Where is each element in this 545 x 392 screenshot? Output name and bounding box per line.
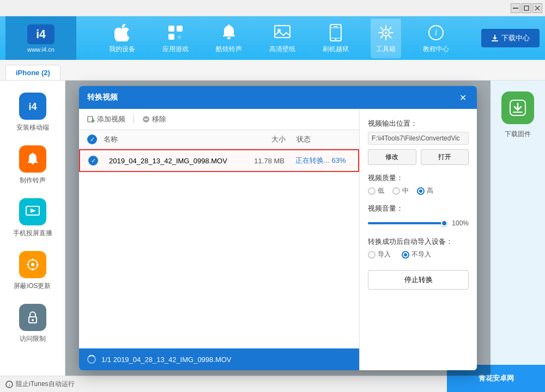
svg-text:i: i xyxy=(434,28,437,37)
quality-high[interactable]: 高 xyxy=(417,186,433,195)
phone-icon xyxy=(326,23,346,42)
svg-point-33 xyxy=(31,163,34,164)
svg-line-27 xyxy=(389,27,391,29)
logo-area: i4 www.i4.cn xyxy=(5,16,76,60)
nav-label-my-device: 我的设备 xyxy=(109,45,135,54)
col-name-header: 名称 xyxy=(104,134,231,144)
stop-convert-button[interactable]: 停止转换 xyxy=(368,270,469,290)
nav-item-ringtone[interactable]: 酷炫铃声 xyxy=(210,19,247,58)
right-sidebar: 下载固件 xyxy=(491,81,545,376)
quality-label: 视频质量： xyxy=(368,173,469,183)
auto-import-label: 转换成功后自动导入设备： xyxy=(368,237,469,247)
svg-point-44 xyxy=(32,319,34,321)
progress-spinner xyxy=(87,355,96,364)
info-icon: i xyxy=(426,23,446,42)
svg-point-10 xyxy=(227,37,231,39)
modal-header: 转换视频 ✕ xyxy=(79,86,477,109)
install-app-icon: i4 xyxy=(19,93,46,120)
sidebar-item-access-limit[interactable]: 访问限制 xyxy=(0,297,65,350)
apple-icon xyxy=(112,23,132,42)
check-icon: ✓ xyxy=(88,156,98,166)
svg-point-16 xyxy=(335,38,336,40)
progress-text: 1/1 2019_04_28_13_42_IMG_0998.MOV xyxy=(101,356,232,364)
radio-low-icon xyxy=(368,187,376,195)
file-name: 2019_04_28_13_42_IMG_0998.MOV xyxy=(105,157,230,165)
wallpaper-icon xyxy=(272,23,292,42)
sidebar-label-access-limit: 访问限制 xyxy=(20,334,46,344)
volume-track xyxy=(368,222,447,224)
nav-items: 我的设备 ★ 应用游戏 酷炫铃声 xyxy=(76,19,481,58)
svg-rect-6 xyxy=(168,26,174,32)
maximize-button[interactable] xyxy=(522,3,531,13)
volume-fill xyxy=(368,222,447,224)
add-video-button[interactable]: 添加视频 xyxy=(87,114,125,124)
file-status: 正在转换... 63% xyxy=(284,156,350,166)
volume-section: 视频音量： 100% xyxy=(368,204,469,229)
modify-path-button[interactable]: 修改 xyxy=(368,149,416,165)
nav-item-my-device[interactable]: 我的设备 xyxy=(104,19,141,58)
col-check-header: ✓ xyxy=(87,134,104,144)
import-yes[interactable]: 导入 xyxy=(368,250,391,259)
close-button[interactable] xyxy=(532,3,542,13)
svg-text:★: ★ xyxy=(175,33,183,41)
nav-item-jailbreak[interactable]: 刷机越狱 xyxy=(317,19,354,58)
sidebar-item-block-update[interactable]: 屏蔽iOS更新 xyxy=(0,244,65,297)
bell-icon xyxy=(219,23,239,42)
svg-rect-8 xyxy=(168,34,174,40)
modal-body: 添加视频 移除 xyxy=(79,109,477,370)
file-list-header: ✓ 名称 大小 状态 xyxy=(79,130,359,149)
radio-high-icon xyxy=(417,187,425,195)
quality-options: 低 中 高 xyxy=(368,186,469,195)
col-status-header: 状态 xyxy=(286,134,351,144)
svg-line-28 xyxy=(380,36,383,38)
radio-no-import-icon xyxy=(402,251,409,259)
table-row[interactable]: ✓ 2019_04_28_13_42_IMG_0998.MOV 11.78 MB… xyxy=(79,149,359,172)
nav-item-toolbox[interactable]: 工具箱 xyxy=(371,19,401,58)
svg-text:i4: i4 xyxy=(28,101,37,112)
volume-label: 视频音量： xyxy=(368,204,469,213)
convert-video-modal: 转换视频 ✕ xyxy=(79,86,477,370)
ringtone-icon xyxy=(19,145,46,173)
sidebar-item-install-app[interactable]: i4 安装移动端 xyxy=(0,86,65,139)
nav-label-toolbox: 工具箱 xyxy=(376,45,396,54)
access-limit-icon xyxy=(19,304,46,331)
quality-mid[interactable]: 中 xyxy=(392,186,409,195)
modal-overlay: 转换视频 ✕ xyxy=(65,81,491,376)
header-check: ✓ xyxy=(87,134,97,144)
svg-line-25 xyxy=(380,27,383,29)
block-update-icon xyxy=(19,251,46,278)
svg-point-11 xyxy=(228,24,230,27)
svg-rect-1 xyxy=(524,6,529,10)
import-no[interactable]: 不导入 xyxy=(402,250,431,259)
svg-rect-7 xyxy=(177,26,183,32)
svg-line-26 xyxy=(389,36,391,38)
app-icon: ★ xyxy=(166,23,185,42)
svg-point-38 xyxy=(31,263,34,266)
remove-button[interactable]: 移除 xyxy=(142,114,166,124)
modal-close-button[interactable]: ✕ xyxy=(457,91,469,103)
open-path-button[interactable]: 打开 xyxy=(421,149,469,165)
output-path-value: F:\i4Tools7\Files\ConvertedVic xyxy=(368,132,469,145)
sidebar-item-ringtone[interactable]: 制作铃声 xyxy=(0,139,65,192)
radio-mid-icon xyxy=(392,187,400,195)
sidebar-item-screen-mirror[interactable]: 手机投屏直播 xyxy=(0,192,65,244)
volume-slider[interactable]: 100% xyxy=(368,218,469,229)
status-left-text: 阻止iTunes自动运行 xyxy=(16,379,75,389)
main-area: i4 安装移动端 制作铃声 手机投屏直播 xyxy=(0,81,545,376)
download-firmware-icon xyxy=(501,91,534,124)
nav-item-tutorial[interactable]: i 教程中心 xyxy=(417,19,455,58)
minimize-button[interactable] xyxy=(511,3,520,13)
nav-label-ringtone: 酷炫铃声 xyxy=(216,45,242,54)
nav-item-wallpaper[interactable]: 高清壁纸 xyxy=(264,19,301,58)
col-size-header: 大小 xyxy=(231,134,286,144)
nav-label-wallpaper: 高清壁纸 xyxy=(269,45,295,54)
quality-low[interactable]: 低 xyxy=(368,186,384,195)
download-center-button[interactable]: 下载中心 xyxy=(481,29,540,47)
modal-left-panel: 添加视频 移除 xyxy=(79,109,360,370)
tab-iphone[interactable]: iPhone (2) xyxy=(5,65,60,80)
sidebar-label-ringtone: 制作铃声 xyxy=(20,176,46,185)
nav-item-app-games[interactable]: ★ 应用游戏 xyxy=(157,19,194,58)
progress-bar-area: 1/1 2019_04_28_13_42_IMG_0998.MOV xyxy=(79,348,359,370)
file-check: ✓ xyxy=(88,156,105,166)
svg-rect-0 xyxy=(513,8,518,9)
